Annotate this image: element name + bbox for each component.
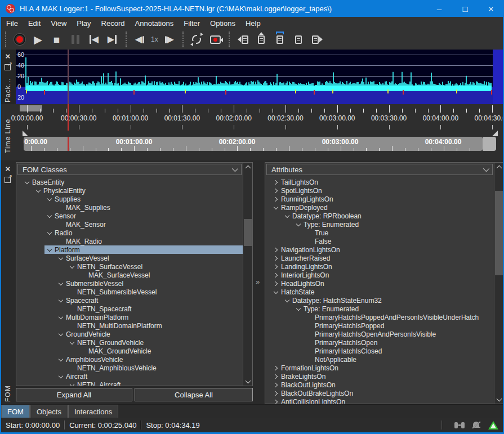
tree-item-formationlightson[interactable]: FormationLightsOn — [271, 364, 494, 372]
scroll-up-icon[interactable] — [494, 163, 503, 171]
maximize-button[interactable]: □ — [452, 0, 478, 17]
scroll-down-icon[interactable] — [243, 378, 252, 386]
fom-panel-close-icon[interactable]: × — [3, 164, 12, 173]
tree-item-netn-aircraft[interactable]: NETN_Aircraft — [67, 381, 243, 386]
tree-item-mak-supplies[interactable]: MAK_Supplies — [56, 203, 243, 212]
tree-item-mak-radio[interactable]: MAK_Radio — [56, 237, 243, 245]
tree-item-baseentity[interactable]: BaseEntity — [22, 178, 243, 186]
chevron-right-icon[interactable] — [271, 400, 281, 404]
record-video-button[interactable] — [206, 30, 225, 48]
eject-tape-button[interactable] — [252, 30, 271, 48]
chevron-down-icon[interactable] — [282, 299, 292, 302]
tree-item-amphibiousvehicle[interactable]: AmphibiousVehicle — [56, 355, 243, 364]
tree-item-blackoutlightson[interactable]: BlackOutLightsOn — [271, 381, 494, 389]
menu-item-help[interactable]: Help — [240, 18, 266, 29]
tree-item-netn-multidomainplatform[interactable]: NETN_MultiDomainPlatform — [67, 321, 243, 330]
packet-panel-close-icon[interactable]: × — [3, 51, 12, 60]
tree-item-blackoutbrakelightson[interactable]: BlackOutBrakeLightsOn — [271, 389, 494, 397]
chevron-down-icon[interactable] — [44, 232, 55, 234]
tree-item-supplies[interactable]: Supplies — [44, 195, 243, 203]
chevron-right-icon[interactable] — [271, 198, 281, 201]
tree-item-mak-surfacevessel[interactable]: MAK_SurfaceVessel — [78, 271, 243, 279]
tree-item-datatype-rprboolean[interactable]: Datatype: RPRboolean — [282, 212, 494, 220]
tree-item-headlightson[interactable]: HeadLightsOn — [271, 279, 494, 288]
tree-item-netn-surfacevessel[interactable]: NETN_SurfaceVessel — [67, 262, 243, 271]
tab-fom[interactable]: FOM — [1, 405, 30, 418]
tree-item-true[interactable]: True — [305, 229, 494, 237]
scrollbar-thumb[interactable] — [244, 219, 252, 246]
packet-panel-popout-icon[interactable] — [5, 64, 11, 70]
tree-item-spotlightson[interactable]: SpotLightsOn — [271, 186, 494, 195]
splitter-expand-icon[interactable]: » — [256, 278, 260, 286]
chevron-right-icon[interactable] — [271, 189, 281, 193]
chevron-down-icon[interactable] — [67, 266, 77, 268]
chevron-down-icon[interactable] — [56, 359, 66, 361]
tree-item-surfacevessel[interactable]: SurfaceVessel — [56, 254, 243, 262]
tab-objects[interactable]: Objects — [30, 405, 68, 418]
scroll-up-icon[interactable] — [243, 163, 252, 171]
tree-item-spacecraft[interactable]: Spacecraft — [56, 296, 243, 305]
chevron-down-icon[interactable] — [22, 181, 32, 184]
tape-file-button[interactable] — [289, 30, 308, 48]
collapse-all-button[interactable]: Collapse All — [135, 388, 253, 401]
tree-item-mak-groundvehicle[interactable]: MAK_GroundVehicle — [78, 347, 243, 355]
tree-item-navigationlightson[interactable]: NavigationLightsOn — [271, 245, 494, 254]
packet-waveform[interactable]: 604020020 — [16, 50, 503, 104]
menu-item-annotations[interactable]: Annotations — [130, 18, 179, 29]
chevron-right-icon[interactable] — [271, 366, 281, 370]
tree-item-landinglightson[interactable]: LandingLightsOn — [271, 262, 494, 271]
chevron-right-icon[interactable] — [271, 392, 281, 395]
ruler-scroll-handle[interactable] — [20, 105, 42, 111]
tree-item-primaryhatchisopen[interactable]: PrimaryHatchIsOpen — [305, 338, 494, 347]
menu-item-filter[interactable]: Filter — [179, 18, 205, 29]
tree-item-brakelightson[interactable]: BrakeLightsOn — [271, 372, 494, 381]
faster-button[interactable]: ▶ — [160, 30, 179, 48]
tree-item-physicalentity[interactable]: PhysicalEntity — [33, 186, 243, 195]
menu-item-edit[interactable]: Edit — [23, 18, 46, 29]
chevron-right-icon[interactable] — [271, 265, 281, 269]
tree-item-datatype-hatchstateenum32[interactable]: Datatype: HatchStateEnum32 — [282, 296, 494, 305]
status-ok-icon[interactable] — [488, 421, 498, 429]
minimize-button[interactable]: – — [426, 0, 452, 17]
menu-item-play[interactable]: Play — [72, 18, 96, 29]
fom-classes-combobox[interactable]: FOM Classes — [17, 164, 242, 175]
connection-icon[interactable] — [454, 422, 465, 428]
chevron-down-icon[interactable] — [282, 215, 292, 217]
tree-item-netn-spacecraft[interactable]: NETN_Spacecraft — [67, 305, 243, 313]
slower-button[interactable]: ◀ — [131, 30, 149, 48]
current-tape-button[interactable] — [271, 30, 289, 48]
menu-item-view[interactable]: View — [46, 18, 72, 29]
tree-item-type-enumerated[interactable]: Type: Enumerated — [293, 220, 494, 229]
tree-item-launcherraised[interactable]: LauncherRaised — [271, 254, 494, 262]
tree-item-runninglightson[interactable]: RunningLightsOn — [271, 195, 494, 203]
tree-item-primaryhatchispoppedandpersonisvisibleunderhatch[interactable]: PrimaryHatchIsPoppedAndPersonIsVisibleUn… — [305, 313, 494, 321]
tree-item-primaryhatchisclosed[interactable]: PrimaryHatchIsClosed — [305, 347, 494, 355]
fom-panel-popout-icon[interactable] — [5, 177, 11, 183]
ruler-playhead[interactable] — [68, 104, 69, 131]
menu-item-options[interactable]: Options — [205, 18, 240, 29]
tree-item-hatchstate[interactable]: HatchState — [271, 288, 494, 296]
record-button[interactable] — [10, 30, 29, 48]
waveform-playhead[interactable] — [68, 50, 69, 104]
timeline-overview-bar[interactable]: 0:00:00.0000:01:00.0000:02:00.0000:03:00… — [24, 137, 483, 151]
tree-item-primaryhatchisopenandpersonisvisible[interactable]: PrimaryHatchIsOpenAndPersonIsVisible — [305, 330, 494, 338]
tree-item-netn-submersiblevessel[interactable]: NETN_SubmersibleVessel — [67, 288, 243, 296]
previous-tape-button[interactable] — [234, 30, 252, 48]
chevron-right-icon[interactable] — [271, 282, 281, 285]
tree-item-groundvehicle[interactable]: GroundVehicle — [56, 330, 243, 338]
menu-item-file[interactable]: File — [1, 18, 23, 29]
tree-item-mak-sensor[interactable]: MAK_Sensor — [56, 220, 243, 229]
attributes-combobox[interactable]: Attributes — [266, 164, 493, 175]
scrollbar-thumb[interactable] — [495, 191, 503, 275]
attributes-tree-scrollbar[interactable] — [494, 163, 503, 404]
timeline-left-handle[interactable] — [23, 131, 28, 136]
chevron-down-icon[interactable] — [56, 375, 66, 378]
chevron-down-icon[interactable] — [44, 215, 55, 217]
skip-to-start-button[interactable]: ◀ — [84, 30, 103, 48]
overview-playhead[interactable] — [68, 137, 69, 151]
chevron-down-icon[interactable] — [56, 257, 66, 259]
play-button[interactable]: ▶ — [29, 30, 47, 48]
tree-item-type-enumerated[interactable]: Type: Enumerated — [293, 305, 494, 313]
tree-item-radio[interactable]: Radio — [44, 229, 243, 237]
tree-item-netn-amphibiousvehicle[interactable]: NETN_AmphibiousVehicle — [67, 364, 243, 372]
